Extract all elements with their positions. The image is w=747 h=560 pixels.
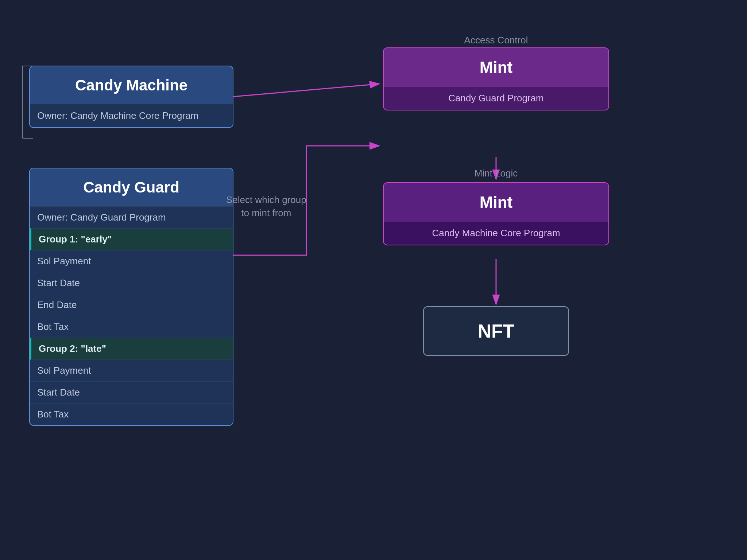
mint-bottom-title: Mint (391, 193, 601, 211)
candy-guard-group1-item-0: Sol Payment (30, 250, 233, 272)
candy-guard-group2-item-1: Start Date (30, 381, 233, 403)
candy-guard-group2-item-2: Bot Tax (30, 403, 233, 425)
mint-bottom-subtitle: Candy Machine Core Program (384, 222, 608, 245)
diagram-container: Candy Machine Owner: Candy Machine Core … (0, 0, 747, 560)
mint-top-subtitle: Candy Guard Program (384, 87, 608, 110)
candy-guard-group1-item-1: Start Date (30, 272, 233, 294)
candy-machine-title: Candy Machine (37, 77, 225, 94)
candy-guard-group1-item-3: Bot Tax (30, 316, 233, 338)
select-group-label: Select which group to mint from (226, 193, 306, 220)
candy-guard-box: Candy Guard Owner: Candy Guard Program G… (29, 168, 233, 426)
mint-bottom-header: Mint (384, 183, 608, 222)
candy-guard-group2-item-0: Sol Payment (30, 359, 233, 381)
candy-guard-group2-header: Group 2: "late" (30, 338, 233, 359)
candy-guard-group1-item-2: End Date (30, 294, 233, 316)
candy-guard-group1-header: Group 1: "early" (30, 228, 233, 250)
candy-guard-owner-row: Owner: Candy Guard Program (30, 206, 233, 228)
candy-machine-box: Candy Machine Owner: Candy Machine Core … (29, 66, 233, 128)
mint-box-bottom: Mint Candy Machine Core Program (383, 182, 609, 245)
candy-guard-title: Candy Guard (37, 179, 225, 196)
nft-box: NFT (423, 306, 569, 356)
mint-logic-label: Mint Logic (383, 168, 609, 179)
candy-machine-owner: Owner: Candy Machine Core Program (30, 104, 233, 127)
mint-top-header: Mint (384, 48, 608, 87)
mint-box-top: Mint Candy Guard Program (383, 47, 609, 110)
access-control-label: Access Control (383, 35, 609, 46)
candy-machine-header: Candy Machine (30, 66, 233, 104)
mint-top-title: Mint (391, 58, 601, 77)
nft-title: NFT (431, 320, 561, 342)
candy-guard-header: Candy Guard (30, 168, 233, 206)
